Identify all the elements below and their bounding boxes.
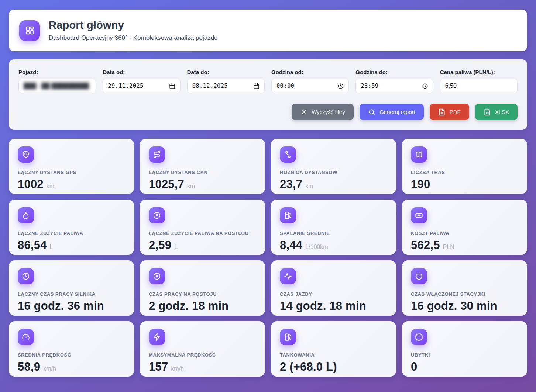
generate-report-button[interactable]: Generuj raport [360,104,424,120]
filter-panel: Pojazd:███ - ██ █████████Data od:29.11.2… [9,59,527,130]
stat-label: CZAS PRACY NA POSTOJU [149,291,256,297]
vehicle-input[interactable]: ███ - ██ █████████ [18,79,96,93]
stat-value-row: 2,59L [149,239,256,252]
stat-value: 16 godz. 36 min [18,299,104,313]
stat-value: 8,44 [280,239,302,252]
file-text-icon [438,108,446,116]
pause-circle-icon [149,268,165,284]
time-from-input[interactable]: 00:00 [271,79,349,93]
stat-unit: km/h [43,365,56,372]
route-icon [149,146,165,163]
alert-octagon-icon [411,329,427,345]
button-label: Generuj raport [379,109,415,115]
filter-label: Cena paliwa (PLN/L): [440,69,518,75]
calendar-icon[interactable] [169,83,175,89]
file-spreadsheet-icon [484,108,491,116]
input-value: 00:00 [276,83,294,89]
stat-unit: km [305,183,313,190]
stat-card: CZAS WŁĄCZONEJ STACYJKI16 godz. 30 min [402,260,527,316]
stat-card: KOSZT PALIWA562,5PLN [402,200,527,255]
stat-label: CZAS WŁĄCZONEJ STACYJKI [411,291,518,297]
date-from-input[interactable]: 29.11.2025 [103,79,180,93]
xlsx-export-button[interactable]: XLSX [475,104,518,120]
stat-card: RÓŻNICA DYSTANSÓW23,7km [271,139,396,194]
stat-value-row: 190 [411,178,518,191]
fuel-price-input[interactable]: 6,50 [440,79,518,93]
stat-value: 16 godz. 30 min [411,299,497,313]
stat-card: SPALANIE ŚREDNIE8,44L/100km [271,200,396,255]
stat-value-row: 86,54L [18,239,125,252]
stat-value-row: 2 (+68.0 L) [280,360,387,374]
calendar-icon[interactable] [253,83,260,89]
filter-label: Godzina od: [271,69,349,75]
x-icon [300,108,307,116]
stat-label: KOSZT PALIWA [411,230,518,236]
filter-label: Data do: [187,69,265,75]
stat-label: CZAS JAZDY [280,291,387,297]
button-label: XLSX [495,109,509,115]
input-value: 6,50 [445,83,457,89]
clear-filters-button[interactable]: Wyczyść filtry [292,104,354,120]
stat-card: UBYTKI0 [402,321,527,377]
input-value: 23:59 [361,83,378,89]
stats-grid: ŁĄCZNY DYSTANS GPS1002kmŁĄCZNY DYSTANS C… [9,139,527,377]
page-title: Raport główny [49,19,218,31]
stat-value-row: 16 godz. 30 min [411,299,518,313]
zap-icon [149,329,165,345]
stat-card: TANKOWANIA2 (+68.0 L) [271,321,396,377]
pause-circle-icon [149,207,165,223]
filter-label: Data od: [103,69,180,75]
stat-label: ŁĄCZNY DYSTANS CAN [149,170,256,175]
input-value: 08.12.2025 [192,83,228,89]
map-icon [411,146,427,163]
stat-card: MAKSYMALNA PRĘDKOŚĆ157km/h [140,321,265,377]
stat-label: LICZBA TRAS [411,170,518,175]
stat-card: ŚREDNIA PRĘDKOŚĆ58,9km/h [9,321,134,377]
stat-value-row: 0 [411,360,518,374]
stat-value: 2 godz. 18 min [149,299,229,313]
stat-value-row: 157km/h [149,360,256,374]
filter-field-time-to: Godzina do:23:59 [355,69,433,93]
time-to-input[interactable]: 23:59 [355,79,433,93]
stat-label: ŁĄCZNE ZUŻYCIE PALIWA [18,230,125,236]
report-header: Raport główny Dashboard Operacyjny 360° … [9,10,527,51]
stat-card: ŁĄCZNY DYSTANS GPS1002km [9,139,134,194]
stat-value: 1002 [18,178,44,191]
clock-icon[interactable] [337,83,344,89]
stat-card: ŁĄCZNE ZUŻYCIE PALIWA86,54L [9,200,134,255]
stat-value-row: 2 godz. 18 min [149,299,256,313]
stat-label: SPALANIE ŚREDNIE [280,230,387,236]
stat-card: CZAS JAZDY14 godz. 18 min [271,260,396,316]
stat-value: 190 [411,178,430,191]
power-icon [411,268,427,284]
stat-value: 2,59 [149,239,171,252]
stat-label: ŁĄCZNE ZUŻYCIE PALIWA NA POSTOJU [149,230,256,236]
stat-value: 58,9 [18,360,40,374]
filter-field-date-to: Data do:08.12.2025 [187,69,265,93]
map-pin-icon [18,146,34,163]
stat-label: UBYTKI [411,352,518,358]
stat-unit: km/h [171,365,184,372]
layout-dashboard-icon [19,20,40,41]
stat-unit: km [187,183,195,190]
filter-field-fuel-price: Cena paliwa (PLN/L):6,50 [440,69,518,93]
filter-label: Godzina do: [355,69,433,75]
banknote-icon [411,207,427,223]
stat-value: 1025,7 [149,178,184,191]
stat-value-row: 562,5PLN [411,239,518,252]
stat-value: 2 (+68.0 L) [280,360,337,374]
stat-value-row: 58,9km/h [18,360,125,374]
filter-field-time-from: Godzina od:00:00 [271,69,349,93]
stat-value: 157 [149,360,168,374]
activity-icon [280,268,296,284]
stat-value-row: 1002km [18,178,125,191]
button-label: PDF [450,109,461,115]
stat-value: 0 [411,360,417,374]
stat-card: ŁĄCZNY CZAS PRACY SILNIKA16 godz. 36 min [9,260,134,316]
stat-value: 562,5 [411,239,440,252]
date-to-input[interactable]: 08.12.2025 [187,79,265,93]
stat-unit: L/100km [305,244,328,250]
pdf-export-button[interactable]: PDF [430,104,469,120]
stat-label: ŁĄCZNY CZAS PRACY SILNIKA [18,291,125,297]
clock-icon[interactable] [422,83,428,89]
